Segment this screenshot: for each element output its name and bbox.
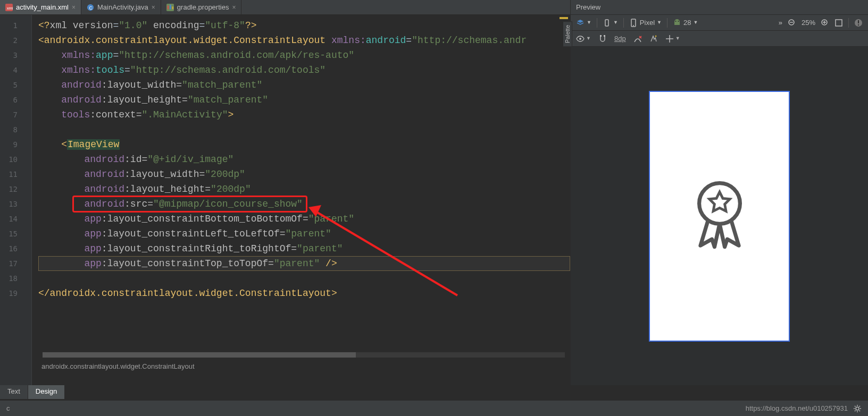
tab-label: gradle.properties (177, 3, 229, 11)
svg-point-14 (633, 25, 634, 26)
preview-panel: Preview ▼ ▼ Pixel ▼ (570, 0, 868, 385)
warnings-button[interactable] (854, 19, 863, 27)
preview-toolbar-1: ▼ ▼ Pixel ▼ 28 ▼ » 25% (571, 15, 868, 31)
tab-design[interactable]: Design (28, 385, 65, 399)
svg-text:xml: xml (7, 5, 13, 10)
line-number: 8 (0, 122, 31, 137)
error-stripe[interactable] (560, 17, 568, 20)
close-icon[interactable]: × (72, 4, 76, 11)
java-class-icon: C (87, 4, 94, 11)
award-ribbon-icon (688, 176, 752, 256)
gear-icon[interactable] (853, 404, 862, 413)
line-number: 7 (0, 107, 31, 122)
line-number: 9 (0, 137, 31, 152)
watermark-url: https://blog.csdn.net/u010257931 (746, 404, 848, 412)
line-number: 3 (0, 48, 31, 63)
line-number: 18 (0, 271, 31, 286)
svg-rect-27 (600, 35, 602, 37)
close-icon[interactable]: × (232, 4, 236, 11)
surfaces-dropdown[interactable]: ▼ (576, 19, 591, 27)
layers-icon (576, 19, 585, 27)
tab-label: MainActivity.java (97, 3, 148, 11)
line-number: 11 (0, 167, 31, 182)
more-icon[interactable]: » (779, 19, 782, 27)
svg-text:C: C (89, 5, 92, 10)
status-bar: c https://blog.csdn.net/u010257931 (0, 400, 868, 416)
line-number: 13 (0, 197, 31, 211)
svg-rect-28 (604, 35, 605, 37)
magnet-icon[interactable] (598, 35, 607, 43)
android-icon (673, 19, 681, 27)
zoom-out-icon (788, 19, 796, 27)
device-frame[interactable] (649, 91, 790, 342)
tab-gradle-properties[interactable]: gradle.properties × (161, 0, 242, 14)
gradle-file-icon (166, 4, 174, 11)
orientation-dropdown[interactable]: ▼ (603, 19, 618, 27)
xml-file-icon: xml (5, 4, 13, 11)
line-number: 6 (0, 92, 31, 107)
infer-constraints-icon[interactable] (649, 35, 658, 43)
layout-editor-tabs: Text Design (0, 385, 65, 399)
line-number: 16 (0, 241, 31, 256)
tab-activity-main[interactable]: xml activity_main.xml × (0, 0, 81, 14)
line-number: 12 (0, 182, 31, 197)
tab-label: activity_main.xml (16, 3, 69, 11)
breadcrumb[interactable]: androidx.constraintlayout.widget.Constra… (41, 362, 195, 370)
eye-icon (576, 35, 585, 43)
scrollbar-thumb[interactable] (43, 352, 356, 358)
svg-rect-25 (858, 24, 859, 26)
svg-rect-7 (172, 6, 173, 9)
zoom-in-icon (821, 19, 829, 27)
svg-rect-5 (168, 5, 169, 9)
device-icon (629, 19, 638, 27)
device-label: Pixel (640, 19, 655, 27)
line-number: 10 (0, 152, 31, 167)
annotation-highlight-box (72, 196, 307, 213)
status-left: c (6, 404, 10, 412)
svg-point-15 (675, 21, 676, 22)
preview-toolbar-2: ▼ 8dp ▼ (571, 31, 868, 47)
tab-text[interactable]: Text (0, 385, 28, 399)
zoom-fit-button[interactable] (834, 19, 843, 27)
preview-canvas[interactable] (571, 47, 868, 385)
line-number: 14 (0, 211, 31, 226)
warning-icon (854, 19, 863, 27)
line-number: 19 (0, 286, 31, 301)
view-options-dropdown[interactable]: ▼ (576, 35, 591, 43)
fit-icon (834, 19, 843, 27)
zoom-in-button[interactable] (821, 19, 829, 27)
guidelines-icon (665, 35, 674, 43)
preview-title: Preview (576, 3, 600, 11)
svg-point-31 (655, 35, 656, 37)
svg-rect-6 (170, 4, 171, 9)
zoom-label: 25% (802, 19, 815, 27)
svg-point-35 (856, 407, 859, 410)
clear-constraints-icon[interactable] (633, 35, 642, 43)
line-number: 2 (0, 33, 31, 48)
api-dropdown[interactable]: 28 ▼ (673, 19, 698, 27)
horizontal-scrollbar[interactable] (43, 352, 565, 358)
svg-rect-24 (858, 20, 859, 23)
palette-tab[interactable]: Palette (563, 21, 572, 47)
main-split: 1 2 3 4 5 6 7 8 9 10 11 12 13 14 15 16 1… (0, 15, 868, 385)
close-icon[interactable]: × (152, 4, 155, 11)
preview-titlebar: Preview (571, 0, 868, 15)
default-margin[interactable]: 8dp (614, 35, 626, 43)
zoom-out-button[interactable] (788, 19, 796, 27)
svg-rect-12 (605, 20, 608, 26)
orientation-icon (603, 19, 611, 27)
device-dropdown[interactable]: Pixel ▼ (629, 19, 662, 27)
line-number: 1 (0, 18, 31, 33)
guidelines-dropdown[interactable]: ▼ (665, 35, 680, 43)
svg-point-16 (678, 21, 679, 22)
line-number: 15 (0, 226, 31, 241)
line-number: 17 (0, 256, 31, 271)
line-gutter: 1 2 3 4 5 6 7 8 9 10 11 12 13 14 15 16 1… (0, 15, 32, 385)
code-editor[interactable]: <?xml version="1.0" encoding="utf-8"?> <… (32, 15, 570, 385)
svg-rect-22 (836, 20, 842, 26)
api-label: 28 (683, 19, 691, 27)
line-number: 4 (0, 63, 31, 78)
svg-point-26 (579, 38, 581, 40)
tab-mainactivity[interactable]: C MainActivity.java × (81, 0, 161, 14)
line-number: 5 (0, 78, 31, 92)
